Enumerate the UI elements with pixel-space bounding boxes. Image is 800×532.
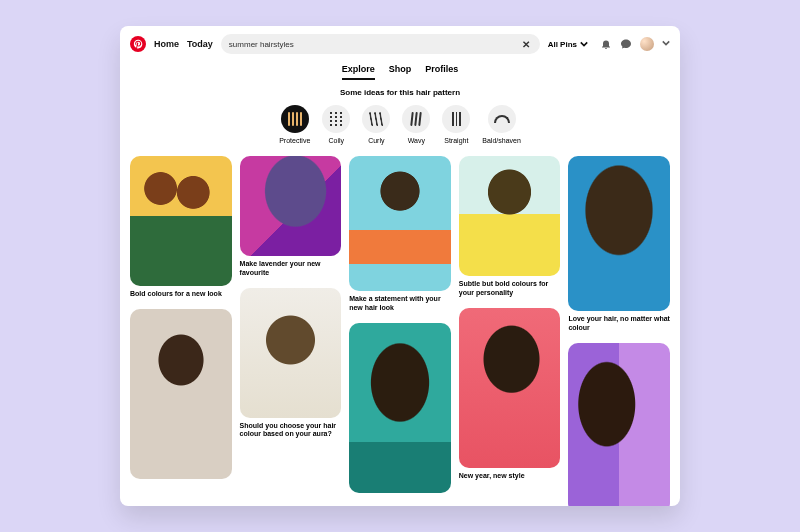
nav-home[interactable]: Home <box>154 39 179 49</box>
pin-card[interactable]: Make a statement with your new hair look <box>349 156 451 313</box>
wavy-pattern-icon <box>402 105 430 133</box>
pinterest-logo-icon[interactable] <box>130 36 146 52</box>
tab-profiles[interactable]: Profiles <box>425 64 458 80</box>
pin-image <box>568 156 670 311</box>
pin-card[interactable]: Bold colours for a new look <box>130 156 232 299</box>
pin-caption: Make lavender your new favourite <box>240 260 342 278</box>
messages-icon[interactable] <box>620 38 632 50</box>
chip-label: Straight <box>444 137 468 144</box>
pin-image <box>568 343 670 507</box>
pin-card[interactable]: Subtle but bold colours for your persona… <box>459 156 561 298</box>
chip-label: Wavy <box>408 137 425 144</box>
chip-coily[interactable]: Coily <box>322 105 350 144</box>
protective-pattern-icon <box>281 105 309 133</box>
chip-label: Bald/shaven <box>482 137 521 144</box>
coily-pattern-icon <box>322 105 350 133</box>
search-scope-dropdown[interactable]: All Pins <box>548 40 588 49</box>
curly-pattern-icon <box>362 105 390 133</box>
pin-card[interactable] <box>568 343 670 507</box>
profile-avatar[interactable] <box>640 37 654 51</box>
search-bar[interactable]: summer hairstyles ✕ <box>221 34 540 54</box>
pin-image <box>349 156 451 291</box>
chip-bald[interactable]: Bald/shaven <box>482 105 521 144</box>
pin-caption: Make a statement with your new hair look <box>349 295 451 313</box>
section-subtitle: Some ideas for this hair pattern <box>120 88 680 97</box>
chevron-down-icon <box>580 40 588 48</box>
search-query: summer hairstyles <box>229 40 514 49</box>
app-window: Home Today summer hairstyles ✕ All Pins … <box>120 26 680 506</box>
pin-card[interactable]: Should you choose your hair colour based… <box>240 288 342 440</box>
pin-card[interactable] <box>130 309 232 483</box>
chip-straight[interactable]: Straight <box>442 105 470 144</box>
straight-pattern-icon <box>442 105 470 133</box>
chip-label: Protective <box>279 137 310 144</box>
pin-image <box>459 308 561 468</box>
primary-nav: Home Today <box>154 39 213 49</box>
tab-shop[interactable]: Shop <box>389 64 412 80</box>
chip-wavy[interactable]: Wavy <box>402 105 430 144</box>
tab-explore[interactable]: Explore <box>342 64 375 80</box>
account-menu-chevron-icon[interactable] <box>662 39 670 49</box>
clear-search-icon[interactable]: ✕ <box>520 38 532 50</box>
pin-card[interactable]: Make lavender your new favourite <box>240 156 342 278</box>
top-bar: Home Today summer hairstyles ✕ All Pins <box>120 26 680 62</box>
chip-protective[interactable]: Protective <box>279 105 310 144</box>
bald-pattern-icon <box>488 105 516 133</box>
pin-caption: Bold colours for a new look <box>130 290 232 299</box>
pin-caption: Love your hair, no matter what colour <box>568 315 670 333</box>
pin-card[interactable]: New year, new style <box>459 308 561 481</box>
pin-image <box>240 288 342 418</box>
hair-pattern-chips: Protective Coily Curly Wavy Straight Bal… <box>120 105 680 144</box>
pin-caption: Should you choose your hair colour based… <box>240 422 342 440</box>
pin-image <box>349 323 451 493</box>
chip-label: Curly <box>368 137 384 144</box>
pin-image <box>459 156 561 276</box>
pin-card[interactable]: Love your hair, no matter what colour <box>568 156 670 333</box>
chip-label: Coily <box>329 137 345 144</box>
pin-image <box>240 156 342 256</box>
notifications-icon[interactable] <box>600 38 612 50</box>
pin-caption: Subtle but bold colours for your persona… <box>459 280 561 298</box>
result-tabs: Explore Shop Profiles <box>120 64 680 80</box>
pin-caption: New year, new style <box>459 472 561 481</box>
nav-today[interactable]: Today <box>187 39 213 49</box>
chip-curly[interactable]: Curly <box>362 105 390 144</box>
header-icons <box>600 37 670 51</box>
pin-grid: Bold colours for a new look Make lavende… <box>120 144 680 506</box>
search-scope-label: All Pins <box>548 40 577 49</box>
pin-image <box>130 156 232 286</box>
pin-card[interactable] <box>349 323 451 497</box>
pin-image <box>130 309 232 479</box>
